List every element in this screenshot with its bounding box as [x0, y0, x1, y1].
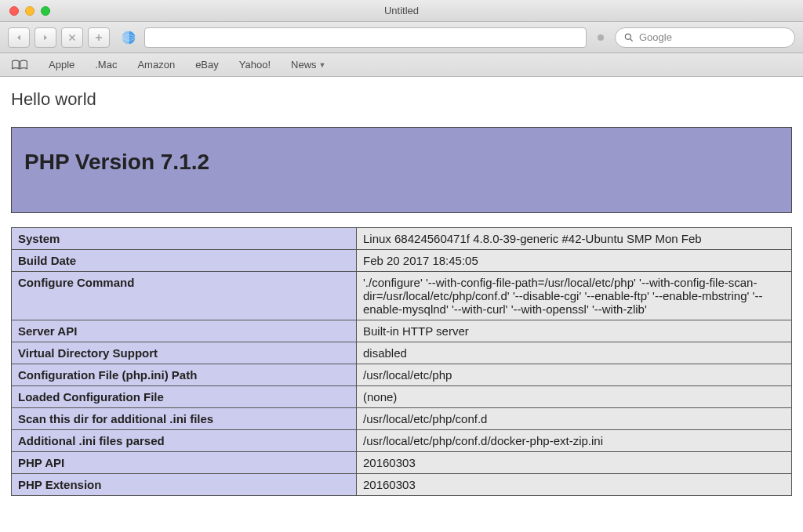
- table-row: Configure Command'./configure' '--with-c…: [12, 272, 792, 320]
- table-key: Virtual Directory Support: [12, 342, 357, 364]
- table-key: PHP Extension: [12, 474, 357, 496]
- x-icon: [67, 32, 78, 43]
- table-key: System: [12, 228, 357, 250]
- table-row: Server APIBuilt-in HTTP server: [12, 320, 792, 342]
- phpinfo-table: SystemLinux 68424560471f 4.8.0-39-generi…: [11, 227, 792, 496]
- table-value: (none): [357, 386, 792, 408]
- stop-button[interactable]: [61, 27, 83, 48]
- table-key: Configure Command: [12, 272, 357, 320]
- table-key: Build Date: [12, 250, 357, 272]
- minimize-window-button[interactable]: [25, 6, 35, 16]
- chevron-down-icon: ▼: [319, 61, 326, 69]
- back-button[interactable]: [8, 27, 30, 48]
- table-value: Feb 20 2017 18:45:05: [357, 250, 792, 272]
- bookmark-news[interactable]: News ▼: [291, 59, 325, 71]
- window-title: Untitled: [0, 5, 803, 16]
- address-bar[interactable]: [144, 27, 587, 48]
- bookmark-news-label: News: [291, 59, 317, 71]
- search-box[interactable]: [615, 27, 795, 48]
- bookmark-yahoo[interactable]: Yahoo!: [239, 59, 271, 71]
- search-icon: [623, 32, 634, 43]
- table-value: Built-in HTTP server: [357, 320, 792, 342]
- hello-text: Hello world: [11, 89, 792, 110]
- table-value: /usr/local/etc/php/conf.d: [357, 408, 792, 430]
- table-value: 20160303: [357, 474, 792, 496]
- table-value: Linux 68424560471f 4.8.0-39-generic #42-…: [357, 228, 792, 250]
- globe-icon: [121, 30, 136, 45]
- table-row: PHP API20160303: [12, 452, 792, 474]
- php-version-header: PHP Version 7.1.2: [11, 127, 792, 213]
- bookmarks-bar: Apple .Mac Amazon eBay Yahoo! News ▼: [0, 53, 803, 77]
- window-titlebar: Untitled: [0, 0, 803, 22]
- table-key: PHP API: [12, 452, 357, 474]
- arrow-right-icon: [40, 32, 51, 43]
- bookmark-amazon[interactable]: Amazon: [137, 59, 175, 71]
- table-value: /usr/local/etc/php: [357, 364, 792, 386]
- table-key: Loaded Configuration File: [12, 386, 357, 408]
- bookmark-mac[interactable]: .Mac: [95, 59, 117, 71]
- arrow-left-icon: [13, 32, 24, 43]
- table-value: /usr/local/etc/php/conf.d/docker-php-ext…: [357, 430, 792, 452]
- add-button[interactable]: [88, 27, 110, 48]
- table-row: Build DateFeb 20 2017 18:45:05: [12, 250, 792, 272]
- forward-button[interactable]: [35, 27, 56, 48]
- table-row: Virtual Directory Supportdisabled: [12, 342, 792, 364]
- zoom-window-button[interactable]: [41, 6, 50, 16]
- php-version-title: PHP Version 7.1.2: [24, 150, 779, 175]
- close-window-button[interactable]: [9, 6, 19, 16]
- table-row: Configuration File (php.ini) Path/usr/lo…: [12, 364, 792, 386]
- table-key: Configuration File (php.ini) Path: [12, 364, 357, 386]
- table-row: Additional .ini files parsed/usr/local/e…: [12, 430, 792, 452]
- page-content: Hello world PHP Version 7.1.2 SystemLinu…: [0, 77, 803, 496]
- bookmarks-icon[interactable]: [11, 59, 28, 71]
- browser-toolbar: [0, 22, 803, 53]
- search-input[interactable]: [639, 31, 787, 43]
- table-key: Server API: [12, 320, 357, 342]
- table-value: disabled: [357, 342, 792, 364]
- bookmark-apple[interactable]: Apple: [49, 59, 74, 71]
- svg-point-2: [625, 34, 630, 39]
- status-indicator-icon: [598, 34, 604, 41]
- table-key: Scan this dir for additional .ini files: [12, 408, 357, 430]
- bookmark-ebay[interactable]: eBay: [195, 59, 219, 71]
- table-key: Additional .ini files parsed: [12, 430, 357, 452]
- traffic-lights: [0, 6, 50, 16]
- table-row: SystemLinux 68424560471f 4.8.0-39-generi…: [12, 228, 792, 250]
- plus-icon: [93, 32, 104, 43]
- table-row: Scan this dir for additional .ini files/…: [12, 408, 792, 430]
- table-row: Loaded Configuration File(none): [12, 386, 792, 408]
- table-row: PHP Extension20160303: [12, 474, 792, 496]
- table-value: 20160303: [357, 452, 792, 474]
- table-value: './configure' '--with-config-file-path=/…: [357, 272, 792, 320]
